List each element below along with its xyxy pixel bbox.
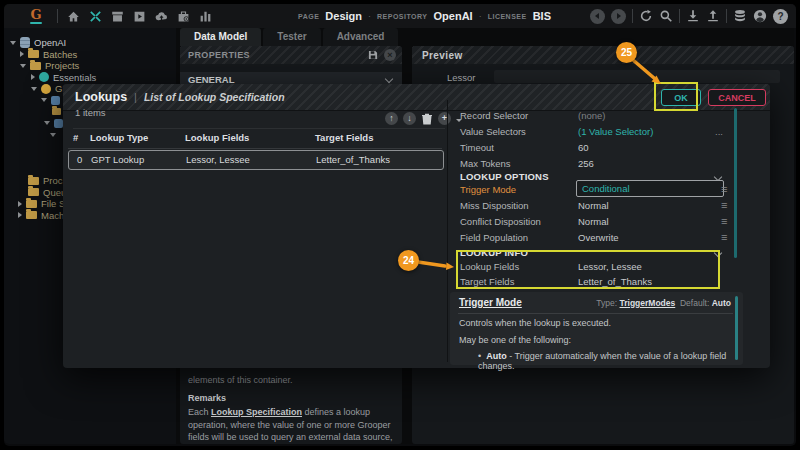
- col-header-index[interactable]: #: [73, 132, 78, 148]
- search-icon[interactable]: [659, 9, 673, 23]
- prop-value[interactable]: (1 Value Selector): [578, 126, 653, 137]
- collapse-arrow-icon[interactable]: [50, 133, 56, 137]
- jobs-icon[interactable]: [177, 10, 190, 23]
- help-divider: [458, 313, 733, 314]
- tab-data-model[interactable]: Data Model: [180, 28, 261, 46]
- tree-item-hidden[interactable]: [50, 129, 56, 140]
- tree-item-processes[interactable]: Proc: [28, 175, 63, 186]
- prop-row-field-population[interactable]: Field Population Overwrite ≡: [453, 230, 743, 246]
- delete-icon[interactable]: [421, 113, 433, 125]
- tree-item-essentials[interactable]: Essentials: [31, 72, 96, 83]
- expand-arrow-icon[interactable]: [18, 212, 22, 218]
- forward-button[interactable]: [611, 9, 626, 24]
- move-down-icon[interactable]: ↓: [403, 112, 416, 125]
- collapse-arrow-icon[interactable]: [31, 87, 37, 91]
- prop-value[interactable]: (none): [578, 110, 605, 121]
- help-icon[interactable]: ?: [773, 9, 788, 24]
- prop-row-value-selectors[interactable]: Value Selectors (1 Value Selector) ...: [453, 124, 743, 140]
- prop-value[interactable]: 60: [578, 142, 589, 153]
- grooper-logo[interactable]: G: [30, 9, 42, 24]
- tree-item-batches[interactable]: Batches: [20, 49, 77, 60]
- topbar-divider: [679, 9, 680, 23]
- dropdown-menu-icon[interactable]: ≡: [721, 215, 727, 227]
- remarks-paragraph: Each Lookup Specification defines a look…: [188, 406, 396, 444]
- prop-row-timeout[interactable]: Timeout 60: [453, 140, 743, 156]
- page-value[interactable]: Design: [325, 10, 362, 22]
- trigger-mode-dropdown[interactable]: Conditional: [576, 180, 724, 197]
- refresh-icon[interactable]: [639, 9, 653, 23]
- node-icon: [51, 96, 60, 105]
- highlight-box-lookup-info: [456, 250, 720, 289]
- add-icon[interactable]: +: [438, 112, 451, 125]
- breadcrumb-dot: ·: [479, 11, 482, 21]
- upload-icon[interactable]: [706, 9, 720, 23]
- collapse-arrow-icon[interactable]: [41, 98, 47, 102]
- tree-label: Mach: [41, 210, 64, 221]
- trigger-modes-link[interactable]: TriggerModes: [620, 298, 676, 308]
- col-header-target-fields[interactable]: Target Fields: [315, 132, 373, 148]
- expand-arrow-icon[interactable]: [20, 51, 24, 57]
- folder-icon: [28, 50, 39, 58]
- tree-label: Essentials: [53, 72, 96, 83]
- tab-advanced[interactable]: Advanced: [323, 28, 399, 46]
- prop-value[interactable]: Normal: [578, 216, 609, 227]
- folder-icon: [30, 62, 41, 70]
- move-up-icon[interactable]: ↑: [385, 112, 398, 125]
- back-button[interactable]: [590, 9, 605, 24]
- run-box-icon[interactable]: [133, 10, 146, 23]
- prop-row-conflict-disposition[interactable]: Conflict Disposition Normal ≡: [453, 214, 743, 230]
- dropdown-menu-icon[interactable]: ≡: [721, 183, 727, 195]
- app-window: G PAGE Design · REPOSITORY OpenAI · LICE…: [4, 4, 796, 446]
- chevron-down-icon[interactable]: [385, 75, 393, 83]
- tree-item-file-stores[interactable]: File S: [18, 198, 65, 209]
- save-icon[interactable]: [368, 50, 378, 60]
- prop-value[interactable]: Overwrite: [578, 232, 619, 243]
- close-icon[interactable]: ×: [384, 49, 396, 61]
- cancel-button[interactable]: CANCEL: [708, 89, 766, 106]
- prop-label: Miss Disposition: [460, 200, 529, 211]
- tab-tester[interactable]: Tester: [263, 28, 320, 46]
- collapse-arrow-icon[interactable]: [44, 121, 50, 125]
- download-icon[interactable]: [686, 9, 700, 23]
- prop-row-record-selector[interactable]: Record Selector (none): [453, 108, 743, 124]
- dropdown-menu-icon[interactable]: ≡: [721, 231, 727, 243]
- prop-label: Value Selectors: [460, 126, 526, 137]
- tree-item-queues[interactable]: Queu: [28, 187, 66, 198]
- project-icon: [39, 72, 49, 82]
- stats-icon[interactable]: [199, 10, 212, 23]
- lessor-field-input[interactable]: [494, 70, 780, 83]
- tree-item-hidden[interactable]: [41, 95, 60, 106]
- tree-item-hidden[interactable]: [52, 106, 61, 117]
- expand-arrow-icon[interactable]: [18, 201, 22, 207]
- database-icon[interactable]: [733, 9, 747, 23]
- tree-item-openai[interactable]: OpenAI: [10, 37, 66, 48]
- collapse-arrow-icon[interactable]: [20, 64, 26, 68]
- lookup-specification-link[interactable]: Lookup Specification: [211, 407, 302, 417]
- prop-row-trigger-mode[interactable]: Trigger Mode Conditional ≡: [453, 182, 743, 198]
- prop-value[interactable]: Normal: [578, 200, 609, 211]
- ellipsis-button[interactable]: ...: [715, 126, 723, 137]
- col-header-lookup-type[interactable]: Lookup Type: [90, 132, 148, 148]
- tree-item-projects[interactable]: Projects: [20, 60, 79, 71]
- cloud-upload-icon[interactable]: [155, 10, 168, 23]
- title-separator: |: [134, 91, 137, 103]
- design-tools-icon[interactable]: [89, 10, 102, 23]
- batches-icon[interactable]: [111, 10, 124, 23]
- dropdown-menu-icon[interactable]: ≡: [721, 199, 727, 211]
- tree-item-machines[interactable]: Mach: [18, 210, 64, 221]
- table-row[interactable]: 0 GPT Lookup Lessor, Lessee Letter_of_Th…: [68, 150, 444, 170]
- col-header-lookup-fields[interactable]: Lookup Fields: [185, 132, 249, 148]
- folder-icon: [28, 177, 39, 185]
- user-icon[interactable]: [753, 9, 767, 23]
- prop-value[interactable]: 256: [578, 158, 594, 169]
- repository-value[interactable]: OpenAI: [434, 10, 473, 22]
- collapse-arrow-icon[interactable]: [10, 41, 16, 45]
- home-icon[interactable]: [67, 10, 80, 23]
- property-grid-scrollbar[interactable]: [734, 108, 737, 258]
- prop-row-miss-disposition[interactable]: Miss Disposition Normal ≡: [453, 198, 743, 214]
- help-scrollbar[interactable]: [735, 296, 738, 360]
- dialog-subtitle: List of Lookup Specification: [144, 91, 285, 103]
- expand-arrow-icon[interactable]: [31, 74, 35, 80]
- licensee-value[interactable]: BIS: [533, 10, 551, 22]
- tree-item-hidden[interactable]: [44, 118, 63, 129]
